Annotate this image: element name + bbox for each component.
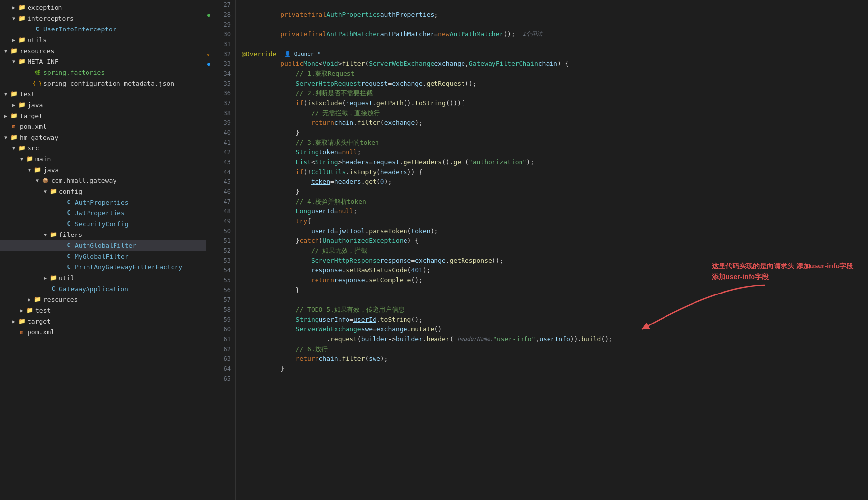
arrow-icon: ▶ (10, 317, 18, 325)
sidebar-item-resources-main[interactable]: ▶ 📁 resources (0, 294, 206, 305)
line-num-49: 49 (206, 216, 235, 226)
sidebar-item-AuthProperties[interactable]: C AuthProperties (0, 197, 206, 207)
code-line-40: } (236, 128, 868, 138)
folder-icon: 📁 (49, 231, 57, 238)
arrow-icon: ▶ (2, 112, 10, 119)
sidebar-item-label: PrintAnyGatewayFilterFactory (75, 264, 182, 271)
code-line-39: return chain.filter(exchange); (236, 118, 868, 128)
sidebar-item-main[interactable]: ▼ 📁 main (0, 153, 206, 164)
sidebar-item-label: test (20, 90, 35, 98)
code-line-43: List<String> headers = request.getHeader… (236, 157, 868, 167)
folder-icon: 📁 (10, 112, 18, 119)
sidebar-item-label: UserInfoInterceptor (43, 26, 116, 33)
sidebar-item-spring-factories[interactable]: 🌿 spring.factories (0, 67, 206, 78)
sidebar-item-pom2[interactable]: m pom.xml (0, 326, 206, 337)
folder-icon: 📁 (18, 58, 26, 65)
sidebar-item-interceptors[interactable]: ▼ 📁 interceptors (0, 13, 206, 24)
sidebar-item-label: exception (28, 4, 62, 11)
sidebar-item-label: pom.xml (20, 123, 47, 130)
arrow-icon: ▼ (18, 155, 26, 163)
sidebar-item-target2[interactable]: ▶ 📁 target (0, 316, 206, 326)
sidebar-item-exception[interactable]: ▶ 📁 exception (0, 2, 206, 13)
code-line-59: String userInfo =userId.toString(); (236, 315, 868, 324)
folder-icon: 📁 (49, 274, 57, 282)
sidebar-item-filers[interactable]: ▼ 📁 filers (0, 229, 206, 240)
line-num-63: 63 (206, 354, 235, 364)
sidebar-item-label: test (35, 307, 51, 314)
sidebar-item-label: AuthProperties (75, 199, 129, 206)
line-num-34: 34 (206, 69, 235, 79)
code-line-37: if(isExclude(request.getPath().toString(… (236, 98, 868, 108)
line-num-55: 55 (206, 275, 235, 285)
arrow-icon: ▶ (10, 101, 18, 109)
line-numbers: 27 ● 28 29 30 31 ↺ 32 ● 33 34 35 36 37 3… (206, 0, 236, 500)
code-line-38: // 无需拦截，直接放行 (236, 108, 868, 118)
code-line-65 (236, 374, 868, 383)
sidebar-item-label: src (28, 145, 39, 152)
line-num-58: 58 (206, 305, 235, 315)
line-num-51: 51 (206, 236, 235, 246)
sidebar-item-spring-config-meta[interactable]: { } spring-configuration-metadata.json (0, 78, 206, 88)
sidebar-item-label: AuthGlobalFilter (75, 242, 136, 249)
sidebar-item-label: utils (28, 36, 47, 44)
folder-icon: 📁 (33, 295, 41, 303)
code-line-62: // 6.放行 (236, 344, 868, 354)
sidebar-item-java-main[interactable]: ▼ 📁 java (0, 164, 206, 175)
line-num-56: 56 (206, 285, 235, 295)
sidebar-item-test2[interactable]: ▶ 📁 test (0, 305, 206, 316)
folder-icon: 📁 (18, 317, 26, 325)
sidebar-item-JwtProperties[interactable]: C JwtProperties (0, 207, 206, 218)
code-line-56: } (236, 285, 868, 295)
sidebar-item-config[interactable]: ▼ 📁 config (0, 186, 206, 197)
line-num-37: 37 (206, 98, 235, 108)
sidebar-item-MyGlobalFilter[interactable]: C MyGlobalFilter (0, 251, 206, 262)
code-line-36: // 2.判断是否不需要拦截 (236, 88, 868, 98)
sidebar-item-test1[interactable]: ▼ 📁 test (0, 88, 206, 99)
line-num-41: 41 (206, 138, 235, 147)
arrow-icon: ▼ (10, 58, 18, 65)
folder-icon: 📁 (49, 187, 57, 195)
sidebar-item-SecurityConfig[interactable]: C SecurityConfig (0, 218, 206, 229)
sidebar-item-GatewayApplication[interactable]: C GatewayApplication (0, 283, 206, 294)
sidebar-item-java-test[interactable]: ▶ 📁 java (0, 99, 206, 110)
sidebar-item-meta-inf[interactable]: ▼ 📁 META-INF (0, 56, 206, 67)
sidebar-item-AuthGlobalFilter[interactable]: C AuthGlobalFilter (0, 240, 206, 251)
sidebar-item-src[interactable]: ▼ 📁 src (0, 143, 206, 153)
sidebar-item-hm-gateway[interactable]: ▼ 📁 hm-gateway (0, 132, 206, 143)
xml-icon: m (18, 328, 26, 336)
folder-icon: 📁 (18, 101, 26, 109)
class-icon: C (65, 252, 73, 260)
code-line-63: return chain.filter(swe); (236, 354, 868, 364)
class-icon: C (65, 198, 73, 206)
folder-icon: 📁 (26, 155, 33, 163)
xml-icon: m (10, 122, 18, 130)
sidebar-item-UserInfoInterceptor[interactable]: C UserInfoInterceptor (0, 24, 206, 34)
line-num-48: 48 (206, 206, 235, 216)
line-num-31: 31 (206, 39, 235, 49)
sidebar-item-label: spring.factories (43, 69, 105, 76)
sidebar-item-label: util (59, 274, 74, 282)
sidebar-item-target1[interactable]: ▶ 📁 target (0, 110, 206, 121)
code-line-45: token = headers.get(0); (236, 177, 868, 187)
code-content[interactable]: private final AuthProperties authPropert… (236, 0, 868, 500)
spring-icon: 🌿 (33, 68, 41, 76)
line-num-29: 29 (206, 20, 235, 29)
sidebar-item-PrintAnyGateway[interactable]: C PrintAnyGatewayFilterFactory (0, 262, 206, 272)
sidebar-item-package[interactable]: ▼ 📦 com.hmall.gateway (0, 175, 206, 186)
code-line-30: private final AntPathMatcher antPathMatc… (236, 29, 868, 39)
line-num-57: 57 (206, 295, 235, 305)
sidebar-item-pom1[interactable]: m pom.xml (0, 121, 206, 132)
code-line-50: userId = jwtTool.parseToken(token); (236, 226, 868, 236)
class-icon: C (49, 285, 57, 293)
line-num-36: 36 (206, 88, 235, 98)
sidebar-item-util[interactable]: ▶ 📁 util (0, 272, 206, 283)
code-line-49: try { (236, 216, 868, 226)
arrow-icon: ▼ (33, 176, 41, 184)
code-line-29 (236, 20, 868, 29)
line-num-64: 64 (206, 364, 235, 374)
arrow-icon: ▶ (18, 306, 26, 314)
sidebar-item-utils[interactable]: ▶ 📁 utils (0, 34, 206, 45)
code-line-46: } (236, 187, 868, 197)
run-icon: ● (207, 12, 210, 18)
sidebar-item-resources[interactable]: ▼ 📁 resources (0, 45, 206, 56)
